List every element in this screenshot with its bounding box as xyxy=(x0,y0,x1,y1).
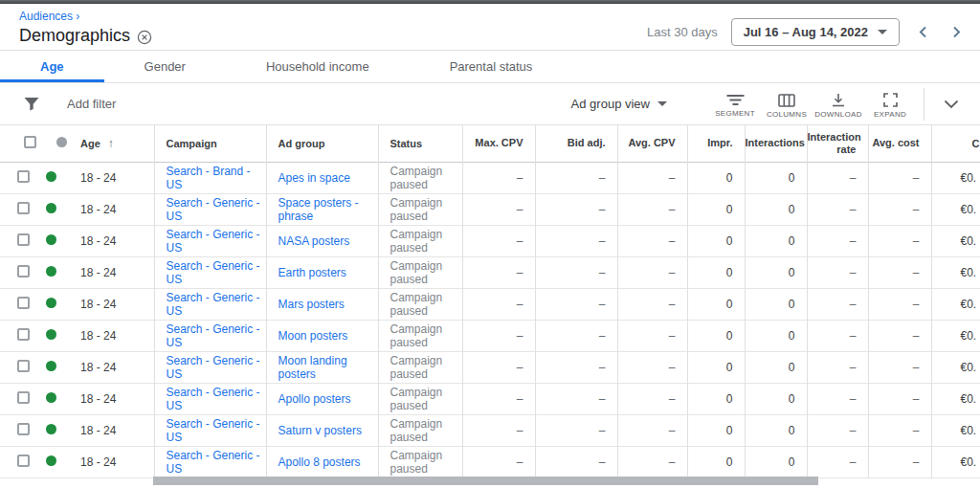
avg-cost-cell: – xyxy=(868,446,931,477)
row-checkbox[interactable] xyxy=(17,297,30,309)
avg-cost-cell: – xyxy=(868,320,931,351)
page-title: Demographics xyxy=(19,26,130,46)
campaign-link[interactable]: Search - Generic - US xyxy=(167,417,260,444)
remove-demographics-icon[interactable] xyxy=(137,30,152,45)
cost-cell: €0. xyxy=(931,351,980,383)
tab-household-income-label: Household income xyxy=(266,59,369,74)
status-cell: Campaign paused xyxy=(378,446,462,477)
bid-adj-cell: – xyxy=(535,288,617,320)
table-row: 18 - 24 Search - Generic - US Apollo 8 p… xyxy=(0,446,980,477)
campaign-link[interactable]: Search - Brand - US xyxy=(167,165,251,191)
campaign-link[interactable]: Search - Generic - US xyxy=(167,228,260,255)
enabled-status-dot-icon xyxy=(46,171,56,182)
cost-cell: €0. xyxy=(931,162,980,193)
avg-cost-cell: – xyxy=(868,162,931,193)
horizontal-scrollbar-track[interactable] xyxy=(153,477,980,485)
column-header-status[interactable]: Status xyxy=(378,125,462,162)
campaign-link[interactable]: Search - Generic - US xyxy=(167,386,260,412)
ad-group-link[interactable]: Space posters - phrase xyxy=(278,196,359,223)
max-cpv-cell: – xyxy=(462,383,535,414)
row-checkbox[interactable] xyxy=(17,391,30,404)
status-cell: Campaign paused xyxy=(378,193,462,225)
column-header-impr[interactable]: Impr. xyxy=(687,125,745,162)
cost-cell: €0. xyxy=(931,256,980,288)
enabled-status-dot-icon xyxy=(46,234,56,245)
campaign-link[interactable]: Search - Generic - US xyxy=(167,196,260,223)
column-header-interaction-rate[interactable]: Interaction rate xyxy=(807,125,868,162)
row-checkbox[interactable] xyxy=(17,265,30,277)
tab-age[interactable]: Age xyxy=(0,51,104,82)
table-row: 18 - 24 Search - Generic - US Earth post… xyxy=(0,256,980,288)
add-filter-button[interactable]: Add filter xyxy=(67,97,116,111)
ad-group-link[interactable]: Apollo posters xyxy=(278,392,351,406)
age-cell: 18 - 24 xyxy=(77,288,154,320)
column-header-avg-cost[interactable]: Avg. cost xyxy=(868,125,931,162)
row-checkbox[interactable] xyxy=(17,202,30,214)
status-cell: Campaign paused xyxy=(378,320,462,351)
max-cpv-cell: – xyxy=(462,193,535,225)
tab-gender[interactable]: Gender xyxy=(104,51,226,82)
breadcrumb[interactable]: Audiences › xyxy=(19,9,152,24)
ad-group-link[interactable]: NASA posters xyxy=(278,234,350,248)
collapse-toolbar-chevron[interactable] xyxy=(934,94,969,115)
ad-group-link[interactable]: Apollo 8 posters xyxy=(278,455,361,469)
avg-cpv-cell: – xyxy=(617,383,687,414)
avg-cost-cell: – xyxy=(868,256,931,288)
expand-button[interactable]: EXPAND xyxy=(864,89,916,119)
segment-label: SEGMENT xyxy=(715,109,755,118)
date-range-value: Jul 16 – Aug 14, 2022 xyxy=(744,25,868,39)
age-cell: 18 - 24 xyxy=(77,256,154,288)
page-header: Audiences › Demographics Last 30 days Ju… xyxy=(0,4,980,51)
ad-group-link[interactable]: Moon posters xyxy=(278,329,348,343)
table-row: 18 - 24 Search - Generic - US Saturn v p… xyxy=(0,414,980,446)
row-checkbox[interactable] xyxy=(17,170,30,183)
tab-age-label: Age xyxy=(40,59,64,74)
ad-group-link[interactable]: Earth posters xyxy=(278,266,346,279)
tab-household-income[interactable]: Household income xyxy=(226,51,410,82)
avg-cpv-cell: – xyxy=(617,162,687,193)
columns-label: COLUMNS xyxy=(767,110,807,119)
view-selector-label: Ad group view xyxy=(571,97,650,111)
previous-period-button[interactable] xyxy=(913,24,933,40)
campaign-link[interactable]: Search - Generic - US xyxy=(167,354,260,381)
columns-button[interactable]: COLUMNS xyxy=(761,90,813,119)
campaign-link[interactable]: Search - Generic - US xyxy=(167,291,260,318)
ad-group-link[interactable]: Mars posters xyxy=(278,298,345,311)
horizontal-scrollbar-thumb[interactable] xyxy=(153,477,818,485)
view-selector[interactable]: Ad group view xyxy=(571,97,667,111)
ad-group-link[interactable]: Moon landing posters xyxy=(278,354,347,381)
column-header-campaign[interactable]: Campaign xyxy=(154,125,266,162)
avg-cost-cell: – xyxy=(868,225,931,256)
row-checkbox[interactable] xyxy=(17,328,30,341)
campaign-link[interactable]: Search - Generic - US xyxy=(167,322,260,349)
bid-adj-cell: – xyxy=(535,162,617,193)
filter-icon[interactable] xyxy=(23,96,40,112)
column-header-age[interactable]: Age↑ xyxy=(77,125,154,162)
column-header-ad-group[interactable]: Ad group xyxy=(266,125,378,162)
ad-group-link[interactable]: Saturn v posters xyxy=(278,424,362,437)
ad-group-link[interactable]: Apes in space xyxy=(278,171,350,185)
interactions-cell: 0 xyxy=(745,320,807,351)
column-header-max-cpv[interactable]: Max. CPV xyxy=(462,125,535,162)
column-header-avg-cpv[interactable]: Avg. CPV xyxy=(617,125,687,162)
cost-cell: €0. xyxy=(931,320,980,351)
campaign-link[interactable]: Search - Generic - US xyxy=(167,449,260,476)
row-checkbox[interactable] xyxy=(17,233,30,246)
column-header-bid-adj[interactable]: Bid adj. xyxy=(535,125,617,162)
row-checkbox[interactable] xyxy=(17,423,30,435)
row-checkbox[interactable] xyxy=(17,360,30,372)
column-header-cost-truncated[interactable]: C xyxy=(931,125,980,162)
campaign-link[interactable]: Search - Generic - US xyxy=(167,259,260,286)
max-cpv-cell: – xyxy=(462,414,535,446)
tab-parental-status[interactable]: Parental status xyxy=(410,51,573,82)
download-button[interactable]: DOWNLOAD xyxy=(813,89,864,119)
segment-button[interactable]: SEGMENT xyxy=(709,90,761,118)
column-header-interactions[interactable]: Interactions xyxy=(745,125,807,162)
interactions-cell: 0 xyxy=(745,193,807,225)
age-cell: 18 - 24 xyxy=(77,414,154,446)
table-row: 18 - 24 Search - Generic - US Moon landi… xyxy=(0,351,980,383)
date-range-picker[interactable]: Jul 16 – Aug 14, 2022 xyxy=(731,18,900,46)
select-all-checkbox[interactable] xyxy=(24,136,36,148)
next-period-button[interactable] xyxy=(947,24,967,40)
row-checkbox[interactable] xyxy=(17,455,30,467)
